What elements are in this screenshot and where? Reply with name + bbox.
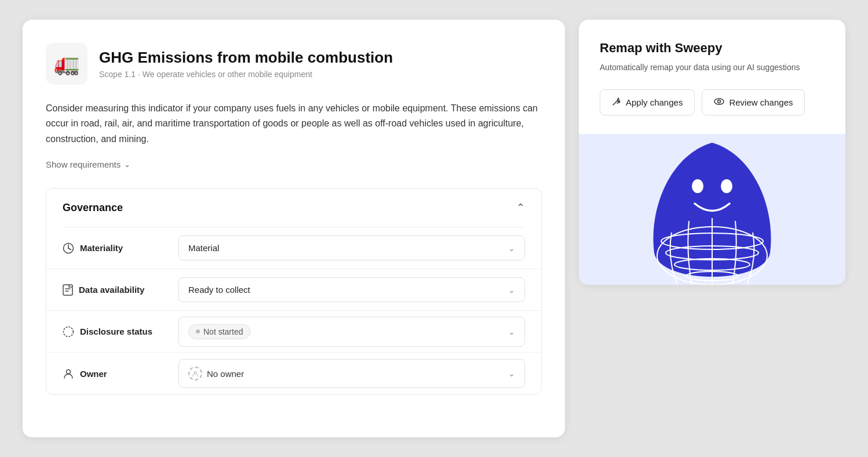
sweepy-card: Remap with Sweepy Automatically remap yo…	[579, 20, 845, 134]
materiality-select[interactable]: Material ⌄	[178, 235, 525, 260]
right-panel: Remap with Sweepy Automatically remap yo…	[579, 20, 845, 285]
svg-point-13	[721, 179, 732, 193]
indicator-icon: 🚛	[46, 43, 87, 85]
disclosure-chevron-icon: ⌄	[508, 327, 515, 336]
data-availability-chevron-icon: ⌄	[508, 285, 515, 295]
disclosure-status-field-label: Disclosure status	[80, 327, 152, 336]
governance-section: Governance ⌃ Materiality	[46, 188, 542, 395]
materiality-value: Material	[188, 243, 219, 253]
indicator-title: GHG Emissions from mobile combustion	[99, 49, 393, 67]
materiality-field-label: Materiality	[80, 243, 123, 253]
header-text: GHG Emissions from mobile combustion Sco…	[99, 49, 393, 79]
show-requirements-button[interactable]: Show requirements ⌄	[46, 159, 542, 169]
document-icon	[63, 284, 73, 296]
owner-row: Owner No owner ⌄	[46, 353, 541, 394]
svg-rect-1	[63, 285, 72, 295]
owner-label: Owner	[63, 368, 178, 379]
sweepy-character-svg	[643, 137, 782, 285]
governance-header[interactable]: Governance ⌃	[46, 188, 541, 227]
owner-value: No owner	[207, 369, 244, 379]
disclosure-status-row: Disclosure status Not started ⌄	[46, 311, 541, 353]
data-availability-select[interactable]: Ready to collect ⌄	[178, 277, 525, 302]
disclosure-status-select[interactable]: Not started ⌄	[178, 317, 525, 347]
owner-field-label: Owner	[80, 369, 107, 379]
circle-dash-icon	[63, 326, 74, 338]
chart-icon	[63, 242, 74, 254]
data-availability-field-label: Data availability	[79, 285, 144, 295]
sweepy-title: Remap with Sweepy	[600, 41, 825, 56]
review-changes-label: Review changes	[729, 97, 793, 107]
not-started-badge: Not started	[188, 324, 250, 339]
owner-chevron-icon: ⌄	[508, 369, 515, 378]
svg-point-6	[718, 100, 721, 103]
sweepy-description: Automatically remap your data using our …	[600, 61, 825, 74]
materiality-row: Materiality Material ⌄	[46, 227, 541, 269]
page-container: 🚛 GHG Emissions from mobile combustion S…	[23, 20, 845, 437]
show-requirements-label: Show requirements	[46, 159, 121, 169]
no-owner-avatar-icon	[188, 367, 202, 380]
apply-changes-button[interactable]: Apply changes	[600, 89, 695, 115]
chevron-down-icon: ⌄	[124, 160, 130, 169]
main-card: 🚛 GHG Emissions from mobile combustion S…	[23, 20, 565, 437]
svg-point-5	[714, 99, 724, 104]
status-dot-icon	[196, 329, 200, 333]
governance-title: Governance	[63, 202, 123, 214]
indicator-subtitle: Scope 1.1 · We operate vehicles or other…	[99, 70, 312, 79]
owner-select[interactable]: No owner ⌄	[178, 359, 525, 388]
review-changes-button[interactable]: Review changes	[702, 89, 805, 115]
chevron-up-icon: ⌃	[516, 201, 525, 214]
sweepy-visual	[579, 134, 845, 285]
eye-icon	[714, 97, 724, 107]
svg-point-2	[64, 327, 74, 336]
materiality-chevron-icon: ⌄	[508, 244, 515, 253]
truck-emoji: 🚛	[54, 52, 80, 76]
svg-point-12	[692, 179, 703, 193]
indicator-description: Consider measuring this indicator if you…	[46, 101, 542, 147]
wand-icon	[612, 97, 621, 108]
materiality-label: Materiality	[63, 242, 178, 254]
svg-point-3	[67, 370, 71, 374]
person-icon	[63, 368, 74, 379]
no-owner-display: No owner	[188, 367, 244, 380]
data-availability-label: Data availability	[63, 284, 178, 296]
data-availability-value: Ready to collect	[188, 285, 250, 295]
disclosure-status-label: Disclosure status	[63, 326, 178, 338]
header-row: 🚛 GHG Emissions from mobile combustion S…	[46, 43, 542, 85]
disclosure-status-value: Not started	[203, 327, 243, 336]
data-availability-row: Data availability Ready to collect ⌄	[46, 269, 541, 311]
action-buttons: Apply changes Review changes	[600, 89, 825, 115]
apply-changes-label: Apply changes	[626, 97, 683, 107]
